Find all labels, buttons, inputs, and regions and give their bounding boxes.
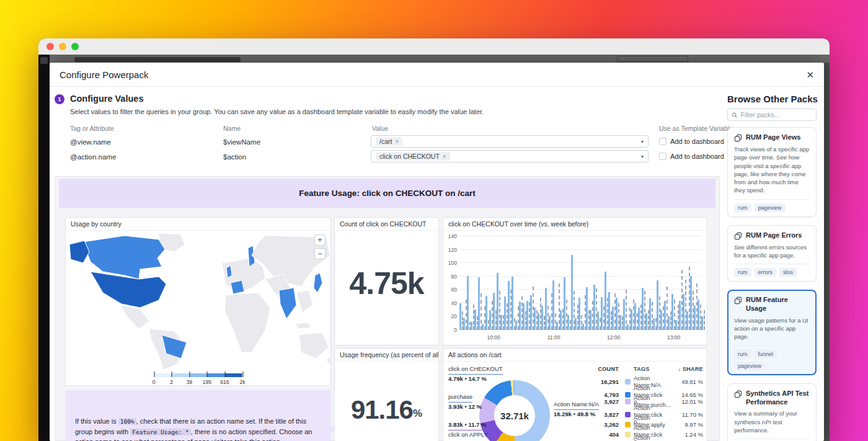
bar-week-before[interactable] <box>674 300 675 330</box>
bar-week-before[interactable] <box>592 301 593 330</box>
bar-week-before[interactable] <box>473 305 474 330</box>
bar-week-before[interactable] <box>551 293 552 330</box>
bar-week-before[interactable] <box>600 318 601 330</box>
bar-current[interactable] <box>474 310 476 330</box>
bar-week-before[interactable] <box>492 301 493 330</box>
pack-tag[interactable]: pageview <box>734 362 765 370</box>
bar-week-before[interactable] <box>555 313 556 330</box>
bar-current[interactable] <box>627 324 629 330</box>
pack-tag[interactable]: errors <box>755 268 777 277</box>
row2-add-to-dashboard[interactable]: Add to dashboard <box>659 153 724 160</box>
bar-current[interactable] <box>698 300 699 330</box>
bar-week-before[interactable] <box>581 315 582 330</box>
bar-current[interactable] <box>608 292 610 330</box>
bar-current[interactable] <box>463 318 465 330</box>
bar-current[interactable] <box>519 301 521 330</box>
bar-week-before[interactable] <box>484 306 485 330</box>
bar-current[interactable] <box>459 303 461 330</box>
bar-week-before[interactable] <box>700 305 701 330</box>
bar-week-before[interactable] <box>507 303 508 330</box>
remove-value-icon[interactable]: × <box>395 138 399 145</box>
bar-current[interactable] <box>690 276 692 330</box>
column-share-sorted[interactable]: ↓ SHARE <box>671 366 703 372</box>
bar-week-before[interactable] <box>618 303 619 330</box>
bar-week-before[interactable] <box>652 302 653 330</box>
bar-week-before[interactable] <box>640 305 642 330</box>
row2-value-select[interactable]: click on CHECKOUT× ▾ <box>371 150 649 163</box>
pack-tag[interactable]: funnel <box>755 350 777 359</box>
bar-week-before[interactable] <box>499 291 500 330</box>
row1-add-to-dashboard[interactable]: Add to dashboard <box>659 138 724 145</box>
bar-week-before[interactable] <box>510 290 512 330</box>
bar-week-before[interactable] <box>547 306 549 330</box>
bar-week-before[interactable] <box>503 315 504 330</box>
bar-week-before[interactable] <box>559 283 560 331</box>
bar-current[interactable] <box>541 306 543 330</box>
bar-current[interactable] <box>668 316 670 330</box>
bar-current[interactable] <box>530 295 532 330</box>
bar-current[interactable] <box>649 298 651 330</box>
bar-current[interactable] <box>482 324 484 330</box>
bar-week-before[interactable] <box>469 322 471 330</box>
bar-week-before[interactable] <box>633 300 634 330</box>
bar-week-before[interactable] <box>670 311 671 330</box>
bar-week-before[interactable] <box>588 310 590 330</box>
filter-packs-input[interactable] <box>741 111 812 118</box>
bar-week-before[interactable] <box>655 318 657 330</box>
bar-week-before[interactable] <box>663 306 664 330</box>
table-row[interactable]: 3,827Action Name:click o...11.70 % <box>590 404 703 414</box>
bar-current[interactable] <box>478 277 480 330</box>
bar-current[interactable] <box>675 320 677 330</box>
pack-card[interactable]: RUM Feature Usage View usage patterns fo… <box>727 290 817 375</box>
bar-current[interactable] <box>664 301 666 330</box>
bar-current[interactable] <box>564 277 565 330</box>
bar-week-before[interactable] <box>462 311 463 330</box>
bar-week-before[interactable] <box>495 310 497 330</box>
bar-current[interactable] <box>642 288 644 330</box>
bar-current[interactable] <box>653 318 655 330</box>
pack-card[interactable]: RUM Page Views Track views of a specific… <box>727 127 817 217</box>
bar-current[interactable] <box>612 306 614 330</box>
bar-current[interactable] <box>512 277 513 330</box>
pack-tag[interactable]: pageview <box>755 203 786 212</box>
bar-current[interactable] <box>686 311 688 330</box>
bar-current[interactable] <box>671 294 673 330</box>
bar-current[interactable] <box>467 276 469 330</box>
bar-week-before[interactable] <box>614 293 616 330</box>
bar-week-before[interactable] <box>596 288 597 330</box>
chevron-down-icon[interactable]: ▾ <box>641 154 644 159</box>
bar-current[interactable] <box>701 316 703 330</box>
bar-current[interactable] <box>552 280 554 330</box>
bar-week-before[interactable] <box>666 287 668 330</box>
bar-week-before[interactable] <box>514 318 515 330</box>
bar-current[interactable] <box>471 322 472 330</box>
bar-current[interactable] <box>534 308 536 330</box>
world-map[interactable]: + − <box>66 231 330 386</box>
bar-current[interactable] <box>638 308 640 330</box>
row2-checkbox[interactable] <box>659 153 666 160</box>
bar-week-before[interactable] <box>689 267 690 330</box>
bar-week-before[interactable] <box>681 270 683 330</box>
bar-current[interactable] <box>545 288 547 330</box>
bar-week-before[interactable] <box>659 296 660 330</box>
bar-current[interactable] <box>616 298 618 330</box>
bar-week-before[interactable] <box>611 311 612 330</box>
bar-week-before[interactable] <box>488 320 489 330</box>
bar-current[interactable] <box>683 294 684 330</box>
bar-week-before[interactable] <box>607 298 608 330</box>
map-zoom-out-button[interactable]: − <box>314 248 326 259</box>
bar-current[interactable] <box>619 315 621 330</box>
bar-current[interactable] <box>508 281 510 330</box>
window-maximize-button[interactable] <box>71 43 79 50</box>
bar-current[interactable] <box>593 285 595 330</box>
bar-week-before[interactable] <box>529 302 530 330</box>
bar-week-before[interactable] <box>574 291 575 330</box>
bar-week-before[interactable] <box>525 311 526 330</box>
bar-current[interactable] <box>634 303 636 330</box>
bar-current[interactable] <box>493 293 495 330</box>
bar-week-before[interactable] <box>540 298 541 330</box>
timeseries-bars[interactable] <box>459 236 702 330</box>
bar-current[interactable] <box>604 272 606 330</box>
pack-tag[interactable]: slos <box>779 268 797 277</box>
bar-week-before[interactable] <box>585 295 586 330</box>
